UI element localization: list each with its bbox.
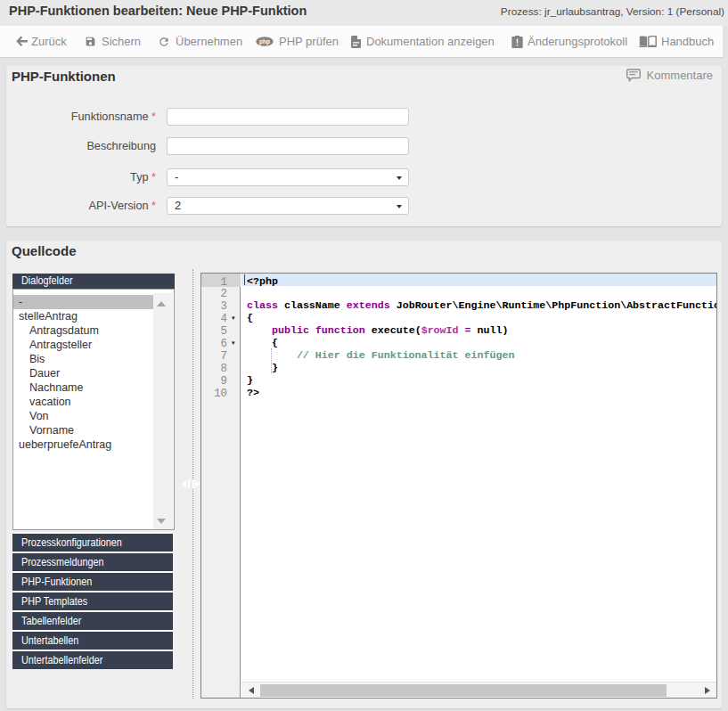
svg-text:php: php (259, 38, 270, 45)
